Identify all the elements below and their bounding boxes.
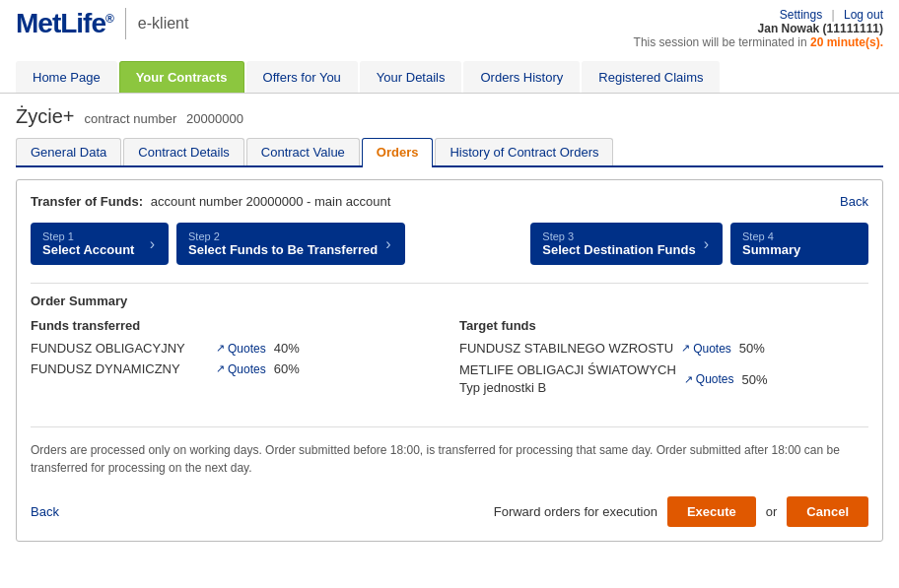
or-text: or: [766, 504, 778, 519]
tab-history[interactable]: History of Contract Orders: [435, 138, 613, 165]
content: Życie+ contract number 20000000 General …: [0, 94, 899, 554]
source-fund-2: FUNDUSZ DYNAMICZNY ↗ Quotes 60%: [31, 361, 440, 376]
source-fund-1-name: FUNDUSZ OBLIGACYJNY: [31, 341, 208, 356]
step-spacer: [413, 223, 523, 265]
user-name: Jan Nowak (11111111): [634, 22, 883, 35]
tab-contract-details[interactable]: Contract Details: [123, 138, 243, 165]
step-2-arrow: ›: [385, 235, 390, 253]
target-fund-1: FUNDUSZ STABILNEGO WZROSTU ↗ Quotes 50%: [459, 341, 868, 356]
main-nav: Home Page Your Contracts Offers for You …: [16, 61, 883, 93]
source-fund-1-quotes[interactable]: ↗ Quotes: [216, 342, 266, 356]
divider: [31, 426, 868, 427]
step-3-arrow: ›: [704, 235, 709, 253]
target-fund-2-name: METLIFE OBLIGACJI ŚWIATOWYCHTyp jednostk…: [459, 361, 676, 397]
footer-row: Back Forward orders for execution Execut…: [31, 490, 868, 527]
step-4-label: Step 4: [742, 230, 800, 242]
target-fund-1-pct: 50%: [739, 341, 774, 356]
target-funds-col: Target funds FUNDUSZ STABILNEGO WZROSTU …: [459, 318, 868, 403]
metlife-logo: MetLife®: [16, 8, 113, 39]
cancel-button[interactable]: Cancel: [787, 496, 868, 527]
step-1-button[interactable]: Step 1 Select Account ›: [31, 223, 169, 265]
step-1-arrow: ›: [150, 235, 155, 253]
step-2-label: Step 2: [188, 230, 378, 242]
quotes-icon-3: ↗: [681, 342, 690, 355]
steps-bar: Step 1 Select Account › Step 2 Select Fu…: [31, 223, 868, 265]
step-3-label: Step 3: [542, 230, 695, 242]
step-1-name: Select Account: [42, 242, 134, 257]
source-fund-2-quotes[interactable]: ↗ Quotes: [216, 362, 266, 376]
order-summary-title: Order Summary: [31, 283, 868, 308]
contract-label: contract number 20000000: [84, 111, 242, 126]
quotes-icon-2: ↗: [216, 362, 225, 375]
step-1-label: Step 1: [42, 230, 134, 242]
session-info: This session will be terminated in 20 mi…: [634, 35, 883, 49]
transfer-header: Transfer of Funds: account number 200000…: [31, 194, 868, 209]
source-fund-1-pct: 40%: [274, 341, 309, 356]
step-3-name: Select Destination Funds: [542, 242, 695, 257]
source-fund-2-pct: 60%: [274, 361, 309, 376]
tab-general-data[interactable]: General Data: [16, 138, 121, 165]
header-links: Settings | Log out: [634, 8, 883, 22]
logo-divider: [125, 8, 126, 39]
target-fund-1-name: FUNDUSZ STABILNEGO WZROSTU: [459, 341, 673, 356]
session-time: 20 minute(s).: [810, 35, 883, 49]
eklient-text: e-klient: [138, 15, 189, 33]
notice-text: Orders are processed only on working day…: [31, 441, 868, 477]
back-link-bottom[interactable]: Back: [31, 504, 59, 519]
quotes-icon-1: ↗: [216, 342, 225, 355]
tab-orders[interactable]: Orders: [362, 138, 434, 167]
forward-label: Forward orders for execution: [494, 504, 657, 519]
target-fund-2-quotes[interactable]: ↗ Quotes: [684, 372, 734, 386]
nav-offers[interactable]: Offers for You: [246, 61, 358, 93]
funds-transferred-header: Funds transferred: [31, 318, 440, 333]
tab-contract-value[interactable]: Contract Value: [246, 138, 360, 165]
sub-tabs: General Data Contract Details Contract V…: [16, 138, 883, 167]
main-box: Transfer of Funds: account number 200000…: [16, 179, 883, 542]
logo-area: MetLife® e-klient: [16, 8, 188, 39]
step-3-button[interactable]: Step 3 Select Destination Funds ›: [530, 223, 723, 265]
logout-link[interactable]: Log out: [844, 8, 883, 22]
target-fund-1-quotes[interactable]: ↗ Quotes: [681, 342, 731, 356]
footer-right: Forward orders for execution Execute or …: [494, 496, 868, 527]
nav-orders[interactable]: Orders History: [463, 61, 580, 93]
settings-link[interactable]: Settings: [780, 8, 822, 22]
transfer-title: Transfer of Funds: account number 200000…: [31, 194, 390, 209]
header-right: Settings | Log out Jan Nowak (11111111) …: [634, 8, 883, 49]
step-2-name: Select Funds to Be Transferred: [188, 242, 378, 257]
step-4-button[interactable]: Step 4 Summary: [730, 223, 868, 265]
funds-section: Funds transferred FUNDUSZ OBLIGACYJNY ↗ …: [31, 318, 868, 413]
nav-details[interactable]: Your Details: [360, 61, 462, 93]
source-fund-1: FUNDUSZ OBLIGACYJNY ↗ Quotes 40%: [31, 341, 440, 356]
step-2-button[interactable]: Step 2 Select Funds to Be Transferred ›: [176, 223, 405, 265]
header: MetLife® e-klient Settings | Log out Jan…: [0, 0, 899, 94]
page-title: Życie+ contract number 20000000: [16, 105, 883, 128]
nav-claims[interactable]: Registered Claims: [582, 61, 720, 93]
source-fund-2-name: FUNDUSZ DYNAMICZNY: [31, 361, 208, 376]
target-fund-2-pct: 50%: [742, 372, 777, 387]
nav-contracts[interactable]: Your Contracts: [119, 61, 244, 93]
target-fund-2: METLIFE OBLIGACJI ŚWIATOWYCHTyp jednostk…: [459, 361, 868, 397]
target-funds-header: Target funds: [459, 318, 868, 333]
execute-button[interactable]: Execute: [667, 496, 756, 527]
quotes-icon-4: ↗: [684, 373, 693, 386]
funds-transferred-col: Funds transferred FUNDUSZ OBLIGACYJNY ↗ …: [31, 318, 440, 403]
back-link-top[interactable]: Back: [840, 194, 868, 209]
nav-home[interactable]: Home Page: [16, 61, 117, 93]
step-4-name: Summary: [742, 242, 800, 257]
